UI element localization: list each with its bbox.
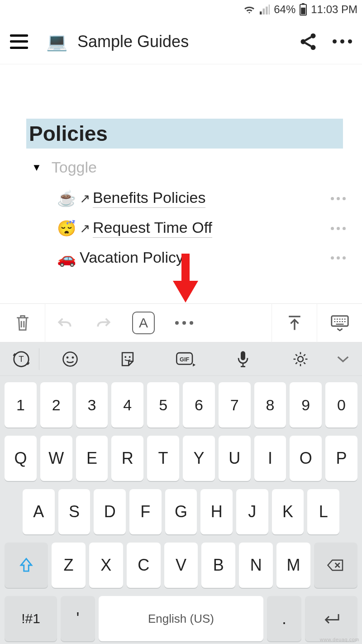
key-backspace[interactable] <box>314 543 357 588</box>
key-n[interactable]: N <box>239 543 273 588</box>
key-2[interactable]: 2 <box>40 382 72 428</box>
microphone-icon[interactable] <box>214 350 272 368</box>
svg-text:GIF: GIF <box>180 356 189 362</box>
key-0[interactable]: 0 <box>325 382 357 428</box>
key-o[interactable]: O <box>290 436 322 481</box>
gif-icon[interactable]: GIF <box>157 351 214 368</box>
key-h[interactable]: H <box>200 489 233 534</box>
list-item[interactable]: 😴 ↗ Request Time Off <box>57 213 362 243</box>
key-8[interactable]: 8 <box>254 382 286 428</box>
soft-keyboard: T GIF 1 2 3 4 5 6 7 8 9 <box>0 342 362 644</box>
emoji-icon[interactable] <box>41 351 99 368</box>
key-g[interactable]: G <box>165 489 197 534</box>
key-9[interactable]: 9 <box>290 382 322 428</box>
share-icon[interactable] <box>298 32 318 52</box>
key-d[interactable]: D <box>94 489 126 534</box>
key-u[interactable]: U <box>219 436 251 481</box>
key-k[interactable]: K <box>272 489 304 534</box>
toggle-placeholder: Toggle <box>52 159 97 176</box>
key-q[interactable]: Q <box>5 436 37 481</box>
page-title[interactable]: Sample Guides <box>77 32 298 51</box>
list-item[interactable]: 🚗 Vacation Policy <box>57 243 362 273</box>
toolbar-more-icon[interactable] <box>164 303 205 342</box>
key-y[interactable]: Y <box>183 436 215 481</box>
list-item-label[interactable]: Benefits Policies <box>93 189 205 208</box>
status-bar: 64% 11:03 PM <box>0 0 362 19</box>
list-item-label[interactable]: Vacation Policy <box>80 249 184 267</box>
link-arrow-icon: ↗ <box>80 221 90 236</box>
watermark: www.deuaq.com <box>320 637 359 642</box>
key-t[interactable]: T <box>147 436 179 481</box>
collapse-toolbar-icon[interactable] <box>329 355 357 364</box>
key-3[interactable]: 3 <box>76 382 108 428</box>
key-symbols[interactable]: !#1 <box>5 596 57 641</box>
key-6[interactable]: 6 <box>183 382 215 428</box>
key-z[interactable]: Z <box>52 543 86 588</box>
key-x[interactable]: X <box>89 543 123 588</box>
svg-point-11 <box>63 352 77 366</box>
scroll-top-icon[interactable] <box>272 303 317 342</box>
item-menu-icon[interactable] <box>331 227 346 230</box>
svg-point-14 <box>124 356 126 358</box>
list-item-label[interactable]: Request Time Off <box>93 219 212 238</box>
keyboard-row-asdf: A S D F G H J K L <box>3 489 359 534</box>
page-list: ☕ ↗ Benefits Policies 😴 ↗ Request Time O… <box>0 183 362 273</box>
hide-keyboard-icon[interactable] <box>317 303 362 342</box>
app-header: 💻 Sample Guides <box>0 19 362 64</box>
key-1[interactable]: 1 <box>5 382 37 428</box>
text-format-label: A <box>139 315 148 331</box>
key-s[interactable]: S <box>58 489 90 534</box>
item-menu-icon[interactable] <box>331 197 346 200</box>
item-menu-icon[interactable] <box>331 256 346 260</box>
key-w[interactable]: W <box>40 436 72 481</box>
key-enter[interactable] <box>305 596 357 641</box>
key-apostrophe[interactable]: ' <box>61 596 95 641</box>
settings-gear-icon[interactable] <box>272 351 329 368</box>
key-a[interactable]: A <box>23 489 55 534</box>
key-e[interactable]: E <box>76 436 108 481</box>
key-period[interactable]: . <box>267 596 301 641</box>
svg-rect-2 <box>301 8 305 14</box>
page-icon: 💻 <box>46 32 67 52</box>
more-options-icon[interactable] <box>333 39 352 43</box>
text-format-button[interactable]: A <box>123 303 164 342</box>
key-space[interactable]: English (US) <box>99 596 263 641</box>
key-b[interactable]: B <box>201 543 235 588</box>
hamburger-menu-icon[interactable] <box>10 34 28 49</box>
editor-toolbar: A <box>0 303 362 342</box>
clock-time: 11:03 PM <box>311 3 357 16</box>
key-f[interactable]: F <box>129 489 162 534</box>
heading-text: Policies <box>29 121 338 146</box>
signal-icon <box>259 5 270 14</box>
key-shift[interactable] <box>5 543 48 588</box>
toggle-triangle-icon[interactable]: ▼ <box>32 162 42 173</box>
text-input-mode-icon[interactable]: T <box>5 350 37 368</box>
page-content[interactable]: Policies ▼ Toggle ☕ ↗ Benefits Policies … <box>0 64 362 304</box>
key-5[interactable]: 5 <box>147 382 179 428</box>
keyboard-row-qwerty: Q W E R T Y U I O P <box>3 436 359 481</box>
key-i[interactable]: I <box>254 436 286 481</box>
toggle-block[interactable]: ▼ Toggle <box>0 157 362 183</box>
heading-block[interactable]: Policies <box>26 119 343 149</box>
keyboard-row-bottom: !#1 ' English (US) . <box>3 596 359 641</box>
key-r[interactable]: R <box>111 436 143 481</box>
key-l[interactable]: L <box>307 489 339 534</box>
svg-point-19 <box>298 356 303 362</box>
key-j[interactable]: J <box>236 489 268 534</box>
key-7[interactable]: 7 <box>219 382 251 428</box>
undo-icon[interactable] <box>45 303 84 342</box>
sticker-icon[interactable] <box>99 351 156 368</box>
svg-rect-18 <box>241 351 245 360</box>
svg-point-5 <box>311 45 316 50</box>
key-m[interactable]: M <box>276 543 310 588</box>
trash-icon[interactable] <box>0 303 45 342</box>
key-p[interactable]: P <box>325 436 357 481</box>
keyboard-toolbar: T GIF <box>0 342 362 376</box>
key-v[interactable]: V <box>164 543 198 588</box>
key-c[interactable]: C <box>127 543 161 588</box>
key-4[interactable]: 4 <box>111 382 143 428</box>
car-icon: 🚗 <box>57 249 80 267</box>
redo-icon[interactable] <box>84 303 123 342</box>
svg-point-13 <box>71 356 74 359</box>
list-item[interactable]: ☕ ↗ Benefits Policies <box>57 183 362 213</box>
